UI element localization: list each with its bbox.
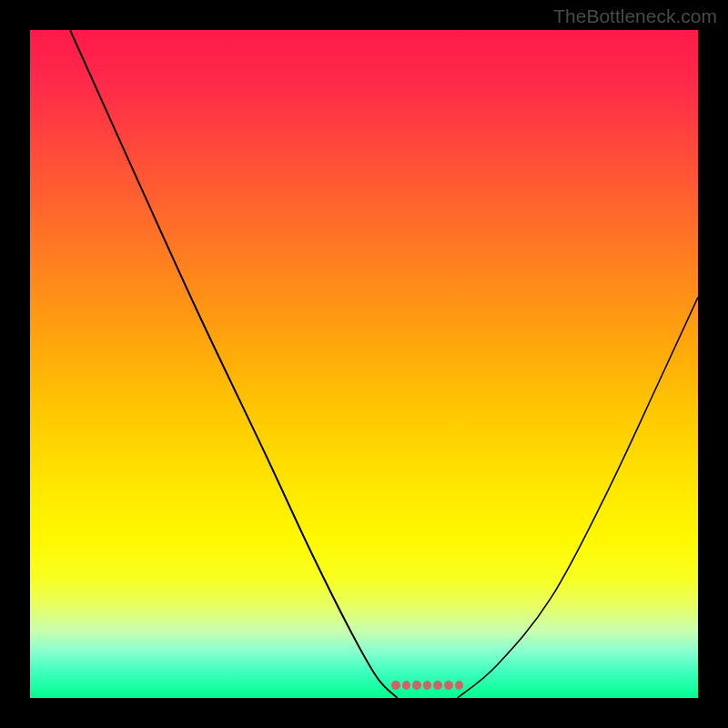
marker-dot bbox=[444, 681, 453, 690]
plot-area bbox=[30, 30, 698, 698]
right-curve bbox=[458, 298, 698, 698]
optimal-range-band bbox=[390, 678, 464, 693]
marker-dot bbox=[423, 681, 432, 690]
watermark-text: TheBottleneck.com bbox=[553, 5, 717, 27]
marker-dot bbox=[402, 681, 411, 690]
marker-dot bbox=[433, 681, 442, 690]
marker-dot bbox=[391, 681, 400, 690]
curves-svg bbox=[30, 30, 698, 698]
marker-dot bbox=[455, 681, 464, 690]
marker-dot bbox=[412, 681, 421, 690]
left-curve bbox=[70, 30, 398, 698]
